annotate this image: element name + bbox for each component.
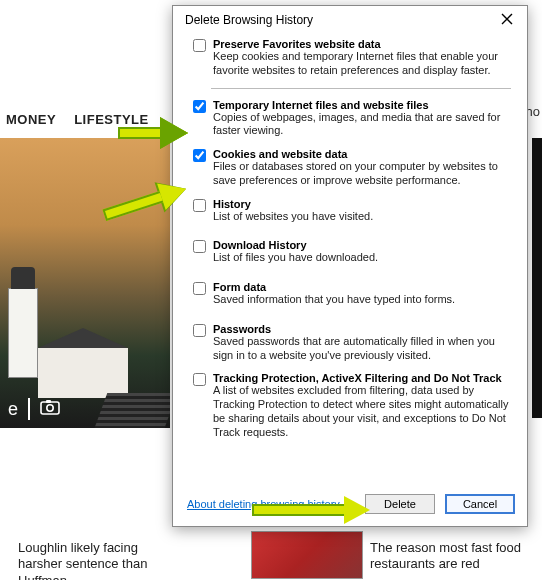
option-download-history: Download History List of files you have … — [213, 239, 511, 265]
checkbox-tracking-protection[interactable] — [193, 373, 206, 386]
about-deleting-link[interactable]: About deleting browsing history — [187, 498, 340, 510]
delete-button[interactable]: Delete — [365, 494, 435, 514]
close-icon[interactable] — [497, 12, 517, 28]
checkbox-history[interactable] — [193, 199, 206, 212]
divider — [211, 88, 511, 89]
option-label: Passwords — [213, 323, 511, 335]
dialog-body: Preserve Favorites website data Keep coo… — [173, 32, 527, 486]
option-desc: List of files you have downloaded. — [213, 251, 511, 265]
option-tracking-protection: Tracking Protection, ActiveX Filtering a… — [213, 372, 511, 439]
option-cookies: Cookies and website data Files or databa… — [213, 148, 511, 188]
option-label: History — [213, 198, 511, 210]
option-desc: Keep cookies and temporary Internet file… — [213, 50, 511, 78]
option-desc: Files or databases stored on your comput… — [213, 160, 511, 188]
option-preserve-favorites: Preserve Favorites website data Keep coo… — [213, 38, 511, 78]
option-desc: Copies of webpages, images, and media th… — [213, 111, 511, 139]
option-desc: A list of websites excluded from filteri… — [213, 384, 511, 439]
checkbox-form-data[interactable] — [193, 282, 206, 295]
svg-point-1 — [47, 404, 53, 410]
checkbox-passwords[interactable] — [193, 324, 206, 337]
option-passwords: Passwords Saved passwords that are autom… — [213, 323, 511, 363]
option-temp-files: Temporary Internet files and website fil… — [213, 99, 511, 139]
cancel-button[interactable]: Cancel — [445, 494, 515, 514]
story-headline-right[interactable]: The reason most fast food restaurants ar… — [370, 540, 530, 573]
option-desc: Saved information that you have typed in… — [213, 293, 511, 307]
option-desc: List of websites you have visited. — [213, 210, 511, 224]
option-label: Preserve Favorites website data — [213, 38, 511, 50]
dialog-footer: About deleting browsing history Delete C… — [173, 486, 527, 526]
option-label: Tracking Protection, ActiveX Filtering a… — [213, 372, 505, 384]
hero-image: e — [0, 138, 170, 428]
checkbox-temp-files[interactable] — [193, 100, 206, 113]
nav-item-lifestyle[interactable]: LIFESTYLE — [74, 112, 149, 127]
checkbox-cookies[interactable] — [193, 149, 206, 162]
option-label: Cookies and website data — [213, 148, 511, 160]
option-form-data: Form data Saved information that you hav… — [213, 281, 511, 307]
story-thumbnail[interactable] — [252, 532, 362, 578]
checkbox-download-history[interactable] — [193, 240, 206, 253]
dialog-titlebar: Delete Browsing History — [173, 6, 527, 32]
background-right-strip — [532, 138, 542, 418]
delete-browsing-history-dialog: Delete Browsing History Preserve Favorit… — [172, 5, 528, 527]
hero-text-fragment: e — [8, 399, 18, 420]
option-label: Download History — [213, 239, 511, 251]
checkbox-preserve-favorites[interactable] — [193, 39, 206, 52]
option-desc: Saved passwords that are automatically f… — [213, 335, 511, 363]
option-label: Form data — [213, 281, 511, 293]
hero-divider — [28, 398, 30, 420]
camera-icon[interactable] — [40, 399, 60, 420]
option-label: Temporary Internet files and website fil… — [213, 99, 511, 111]
dialog-title: Delete Browsing History — [185, 13, 313, 27]
option-history: History List of websites you have visite… — [213, 198, 511, 224]
story-headline-left[interactable]: Loughlin likely facing harsher sentence … — [18, 540, 174, 580]
background-nav: MONEY LIFESTYLE — [6, 112, 149, 127]
svg-rect-0 — [41, 402, 59, 414]
svg-rect-2 — [46, 400, 51, 403]
nav-item-money[interactable]: MONEY — [6, 112, 56, 127]
